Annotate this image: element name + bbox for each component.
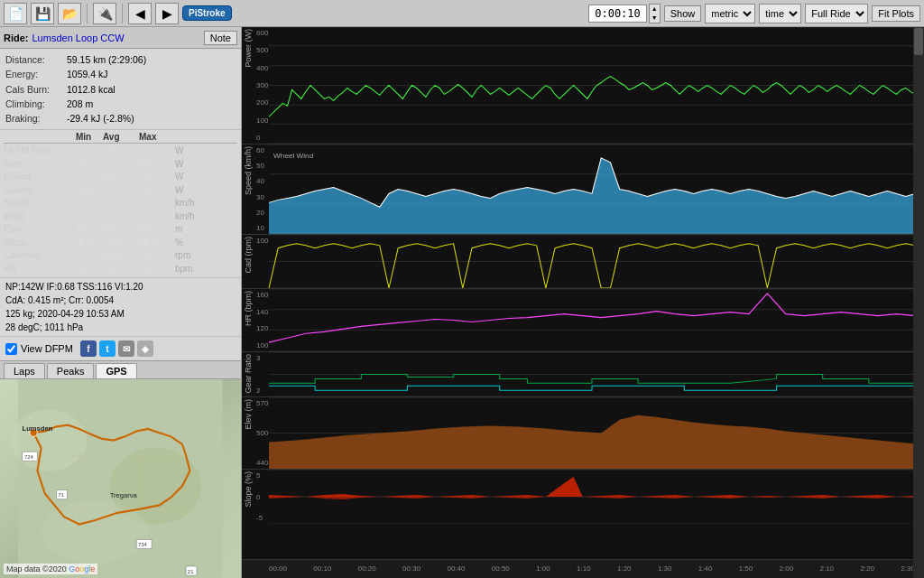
view-dfpm-label: View DFPM	[21, 343, 73, 354]
cadence-chart: Cad (rpm) 100	[242, 235, 924, 289]
elev-y-label: Elev (m)	[242, 397, 254, 432]
elev-chart-svg	[269, 397, 915, 469]
show-button[interactable]: Show	[664, 5, 702, 22]
map-svg: 724 71 734 21 Lumsden Tregarva	[0, 379, 241, 578]
next-button[interactable]: ▶	[155, 3, 179, 24]
info-line-1: NP:142W IF:0.68 TSS:116 VI:1.20	[5, 280, 236, 294]
svg-text:734: 734	[138, 542, 148, 547]
col-max: Max	[139, 132, 175, 142]
energy-label: Energy:	[5, 67, 63, 81]
gear-chart-svg	[269, 352, 915, 396]
table-row: HR 89 134.0 157 bpm	[4, 263, 237, 276]
time-down[interactable]: ▼	[650, 14, 660, 23]
tab-laps[interactable]: Laps	[4, 363, 45, 378]
time-control: 0:00:10 ▲ ▼	[588, 4, 661, 23]
info-line-2: CdA: 0.415 m²; Crr: 0.0054	[5, 294, 236, 307]
toolbar: 📄 💾 📂 🔌 ◀ ▶ PiStroke 0:00:10 ▲ ▼ Show me…	[0, 0, 924, 27]
table-rows: DFPM Pow 0 118.4 317 W Aero 76.7 407 W R…	[4, 144, 237, 275]
slope-chart-content	[269, 470, 915, 524]
svg-marker-50	[269, 497, 915, 499]
svg-marker-31	[269, 158, 915, 234]
cadence-y-label: Cad (rpm)	[242, 235, 254, 275]
view-dfpm-checkbox[interactable]	[5, 343, 17, 355]
vertical-scrollbar[interactable]	[913, 27, 924, 578]
table-header: Min Avg Max	[4, 132, 237, 144]
stats-section: Distance: 59.15 km (2:29:06) Energy: 105…	[0, 49, 241, 130]
map-area[interactable]: 724 71 734 21 Lumsden Tregarva Map data …	[0, 379, 241, 578]
time-axis: 00:00 00:10 00:20 00:30 00:40 00:50 1:00…	[242, 559, 924, 578]
table-row: DFPM Pow 0 118.4 317 W	[4, 144, 237, 158]
table-row: Cadence 0 80.8 104 rpm	[4, 249, 237, 263]
separator-2	[122, 4, 123, 23]
chart-scroll[interactable]: Power (W) 600 500 400 300 200 100 0	[242, 27, 924, 559]
map-attribution: Map data ©2020 Google	[4, 564, 97, 574]
slope-chart-svg	[269, 470, 915, 524]
table-row: Wind 23.9 25.8 49.7 km/h	[4, 210, 237, 224]
app-logo: PiStroke	[182, 5, 232, 21]
cals-label: Cals Burn:	[5, 82, 63, 97]
hr-chart-svg	[269, 289, 915, 351]
power-chart-svg	[269, 27, 915, 144]
chart-area: Power (W) 600 500 400 300 200 100 0	[242, 27, 924, 578]
fit-plots-button[interactable]: Fit Plots	[872, 5, 920, 22]
elevation-chart: Elev (m) 570 500 440	[242, 397, 924, 470]
svg-text:Lumsden: Lumsden	[23, 425, 53, 434]
metric-dropdown[interactable]: metric	[705, 4, 755, 23]
stat-energy: Energy: 1059.4 kJ	[5, 67, 236, 81]
note-button[interactable]: Note	[204, 31, 237, 45]
info-line-4: 28 degC; 1011 hPa	[5, 321, 236, 334]
power-chart: Power (W) 600 500 400 300 200 100 0	[242, 27, 924, 144]
braking-label: Braking:	[5, 111, 63, 126]
save-button[interactable]: 💾	[31, 3, 54, 24]
col-min: Min	[76, 132, 103, 142]
prev-button[interactable]: ◀	[128, 3, 152, 24]
table-row: Aero 76.7 407 W	[4, 158, 237, 172]
gear-chart-content	[269, 352, 915, 396]
elev-chart-content	[269, 397, 915, 469]
full-ride-dropdown[interactable]: Full Ride	[805, 4, 868, 23]
time-up[interactable]: ▲	[650, 5, 660, 14]
tab-peaks[interactable]: Peaks	[47, 363, 95, 378]
slope-chart: Slope (%) 5 0 -5	[242, 470, 924, 524]
twitter-icon[interactable]: t	[99, 340, 116, 357]
svg-marker-45	[269, 415, 915, 469]
svg-text:724: 724	[24, 454, 34, 460]
open-button[interactable]: 📂	[58, 3, 81, 24]
speed-chart-svg: Wheel Wind	[269, 144, 915, 234]
tabs: Laps Peaks GPS	[0, 360, 241, 379]
cadence-y-ticks: 100	[256, 235, 268, 288]
svg-text:Wheel Wind: Wheel Wind	[273, 152, 313, 160]
new-button[interactable]: 📄	[4, 3, 27, 24]
table-row: Slope -8.1 -0.00 28.4 %	[4, 237, 237, 250]
time-display: 0:00:10	[588, 5, 647, 23]
left-panel: Ride: Lumsden Loop CCW Note Distance: 59…	[0, 27, 242, 578]
table-row: Gravity -1467 -0.4 552 W	[4, 184, 237, 198]
info-line-3: 125 kg; 2020-04-29 10:53 AM	[5, 307, 236, 321]
usb-button[interactable]: 🔌	[93, 3, 116, 24]
share-icon[interactable]: ◈	[137, 340, 153, 357]
cadence-chart-content	[269, 235, 915, 288]
col-unit	[175, 132, 211, 142]
time-spinner[interactable]: ▲ ▼	[649, 4, 661, 23]
power-y-ticks: 600 500 400 300 200 100 0	[256, 27, 268, 144]
time-dropdown[interactable]: time	[759, 4, 801, 23]
svg-text:21: 21	[188, 569, 194, 574]
gear-y-label: Gear Ratio	[242, 352, 254, 396]
energy-value: 1059.4 kJ	[67, 67, 108, 81]
ride-label: Ride:	[4, 33, 29, 43]
hr-y-ticks: 160 140 120 100	[256, 289, 268, 351]
gear-y-ticks: 3 2	[256, 352, 260, 396]
svg-text:71: 71	[58, 492, 64, 498]
info-lines: NP:142W IF:0.68 TSS:116 VI:1.20 CdA: 0.4…	[0, 277, 241, 336]
facebook-icon[interactable]: f	[80, 340, 97, 357]
ride-name[interactable]: Lumsden Loop CCW	[32, 33, 125, 43]
gear-chart: Gear Ratio 3 2	[242, 352, 924, 397]
stat-cals: Cals Burn: 1012.8 kcal	[5, 82, 236, 97]
tab-gps[interactable]: GPS	[96, 363, 136, 378]
scrollbar-thumb[interactable]	[914, 28, 923, 55]
email-icon[interactable]: ✉	[118, 340, 134, 357]
svg-marker-49	[269, 477, 915, 497]
climbing-value: 208 m	[67, 97, 93, 111]
svg-text:Tregarva: Tregarva	[110, 491, 138, 499]
svg-point-1	[11, 410, 87, 471]
